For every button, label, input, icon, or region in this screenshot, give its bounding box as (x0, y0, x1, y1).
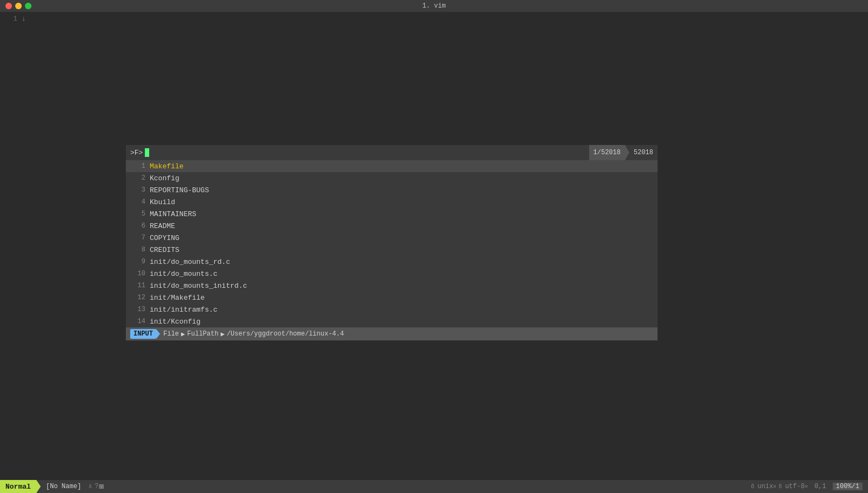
fzf-item-number: 12 (130, 294, 150, 301)
fzf-item-name: CREDITS (150, 246, 180, 254)
fzf-separator2: ▶ (221, 330, 225, 338)
status-right: õ unix» õ utf-8» 0,1 100%/1 (751, 483, 868, 490)
fzf-item-number: 8 (130, 246, 150, 254)
fzf-item-name: Makefile (150, 162, 183, 170)
window-title: 1. vim (422, 2, 445, 10)
fzf-item-number: 4 (130, 198, 150, 206)
fzf-list-item[interactable]: 13init/initramfs.c (126, 304, 658, 315)
fzf-item-number: 7 (130, 234, 150, 242)
fzf-item-name: COPYING (150, 234, 180, 242)
fzf-item-name: init/Makefile (150, 294, 205, 302)
fzf-list-item[interactable]: 4Kbuild (126, 196, 658, 208)
window-controls (5, 3, 31, 9)
fzf-status-breadcrumb: File ▶ FullPath ▶ /Users/yggdroot/home/l… (160, 330, 347, 338)
fzf-item-number: 6 (130, 222, 150, 230)
fzf-status-path: /Users/yggdroot/home/linux-4.4 (227, 330, 344, 338)
fzf-status-arrow1 (156, 329, 160, 339)
fzf-item-name: README (150, 222, 175, 230)
fzf-item-number: 9 (130, 258, 150, 266)
fzf-counter-area: 1/52018 52018 (589, 145, 658, 160)
fzf-panel: >F> 1/52018 52018 1Makefile2Kconfig3REPO… (126, 145, 658, 340)
close-button[interactable] (5, 3, 12, 9)
fzf-item-name: Kconfig (150, 174, 180, 182)
fzf-list-item[interactable]: 6README (126, 220, 658, 232)
fzf-item-number: 2 (130, 174, 150, 182)
cursor-arrow: ↓ (22, 15, 26, 23)
fzf-list-item[interactable]: 3REPORTING-BUGS (126, 184, 658, 196)
fzf-breadcrumb1: File (163, 330, 179, 338)
fzf-list-item[interactable]: 14init/Kconfig (126, 315, 658, 327)
status-encoding-unix: õ unix» (751, 483, 776, 490)
line-number-1: 1 (0, 15, 22, 23)
fzf-item-name: init/Kconfig (150, 318, 201, 326)
fzf-text-cursor (145, 148, 149, 157)
fzf-item-number: 14 (130, 318, 150, 325)
fzf-list-item[interactable]: 10init/do_mounts.c (126, 268, 658, 280)
fzf-input-row[interactable]: >F> 1/52018 52018 (126, 145, 658, 160)
status-encoding-utf8: õ utf-8» (778, 483, 808, 490)
fzf-breadcrumb2: FullPath (187, 330, 219, 338)
fzf-counter-arrow (625, 145, 629, 160)
fzf-list-item[interactable]: 2Kconfig (126, 172, 658, 184)
fzf-file-list: 1Makefile2Kconfig3REPORTING-BUGS4Kbuild5… (126, 160, 658, 327)
fzf-item-number: 5 (130, 210, 150, 218)
fzf-counter-current: 1/52018 (589, 145, 625, 160)
fzf-item-name: MAINTAINERS (150, 210, 196, 218)
status-scroll-percent: 100%/1 (833, 483, 863, 490)
fzf-prompt: >F> (130, 149, 143, 157)
fzf-item-name: init/initramfs.c (150, 306, 218, 314)
fzf-item-name: init/do_mounts.c (150, 270, 218, 278)
status-filename: [No Name] (41, 483, 87, 490)
fzf-separator1: ▶ (181, 330, 185, 338)
fzf-item-name: init/do_mounts_initrd.c (150, 282, 247, 290)
status-mode-arrow (36, 480, 41, 493)
fzf-item-name: Kbuild (150, 198, 175, 206)
vim-mode: Normal (0, 480, 36, 493)
gutter-top: 1 ↓ (0, 12, 868, 34)
fzf-status-mode: INPUT (130, 329, 156, 339)
fzf-list-item[interactable]: 1Makefile (126, 160, 658, 172)
fzf-status-path-end (347, 329, 351, 339)
status-flags: õ ?␧ (87, 483, 106, 490)
editor-area: 1 ↓ >F> 1/52018 52018 1Makefile2Kconfig3… (0, 12, 868, 480)
fzf-item-number: 11 (130, 282, 150, 289)
titlebar: 1. vim (0, 0, 868, 12)
maximize-button[interactable] (25, 3, 31, 9)
fzf-item-number: 1 (130, 162, 150, 170)
fzf-item-number: 10 (130, 270, 150, 277)
fzf-item-number: 3 (130, 186, 150, 194)
fzf-item-name: REPORTING-BUGS (150, 186, 209, 194)
fzf-list-item[interactable]: 8CREDITS (126, 244, 658, 256)
fzf-list-item[interactable]: 12init/Makefile (126, 292, 658, 304)
fzf-statusbar: INPUT File ▶ FullPath ▶ /Users/yggdroot/… (126, 327, 658, 340)
statusbar: Normal [No Name] õ ?␧ õ unix» õ utf-8» 0… (0, 480, 868, 493)
fzf-item-number: 13 (130, 306, 150, 313)
fzf-counter-total: 52018 (629, 145, 658, 160)
fzf-list-item[interactable]: 7COPYING (126, 232, 658, 244)
status-cursor-position: 0,1 (810, 483, 831, 490)
fzf-list-item[interactable]: 5MAINTAINERS (126, 208, 658, 220)
minimize-button[interactable] (15, 3, 22, 9)
fzf-list-item[interactable]: 9init/do_mounts_rd.c (126, 256, 658, 268)
fzf-list-item[interactable]: 11init/do_mounts_initrd.c (126, 280, 658, 292)
fzf-item-name: init/do_mounts_rd.c (150, 258, 230, 266)
